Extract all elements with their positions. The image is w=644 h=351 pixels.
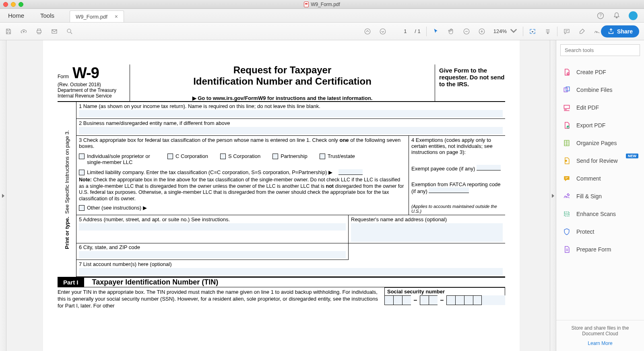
sign-icon[interactable] [594, 28, 601, 35]
email-icon[interactable] [51, 28, 58, 35]
pdf-file-icon [304, 2, 309, 7]
line-7: 7 List account number(s) here (optional) [76, 260, 505, 277]
bell-icon[interactable] [613, 12, 621, 20]
llc-class-field[interactable] [339, 169, 363, 175]
scroll-mode-icon[interactable] [544, 28, 551, 35]
right-rail-toggle[interactable] [550, 40, 556, 351]
fit-width-icon[interactable] [529, 28, 536, 35]
checkbox-scorp[interactable] [220, 154, 226, 159]
svg-rect-11 [564, 105, 569, 108]
tool-create-pdf[interactable]: Create PDF [556, 63, 644, 81]
edit-pdf-icon [563, 104, 571, 112]
fatca-field[interactable] [429, 187, 469, 193]
tool-enhance-scans[interactable]: Enhance Scans [556, 205, 644, 223]
part-1-label: Part I [58, 278, 84, 287]
svg-text:?: ? [599, 13, 602, 18]
svg-rect-9 [564, 88, 567, 92]
side-instruction: Print or type. See Specific Instructions… [58, 102, 76, 277]
help-icon[interactable]: ? [597, 12, 605, 20]
protect-icon [563, 228, 571, 236]
tool-comment[interactable]: Comment [556, 170, 644, 187]
learn-more-link[interactable]: Learn More [561, 341, 639, 346]
document-viewer[interactable]: Form W-9 (Rev. October 2018) Department … [6, 40, 550, 351]
profile-avatar[interactable] [629, 11, 638, 20]
form-goto: ▶ Go to www.irs.gov/FormW9 for instructi… [133, 95, 431, 101]
line-5: 5 Address (number, street, and apt. or s… [76, 215, 348, 243]
checkbox-ccorp[interactable] [167, 154, 173, 159]
tool-combine-files[interactable]: Combine Files [556, 81, 644, 99]
svg-point-4 [365, 29, 371, 34]
form-revision: (Rev. October 2018) [58, 82, 127, 87]
selection-tool-icon[interactable] [432, 28, 440, 35]
zoom-out-icon[interactable] [463, 28, 470, 35]
hand-tool-icon[interactable] [448, 28, 455, 35]
tool-prepare-form[interactable]: Prepare Form [556, 241, 644, 258]
share-button[interactable]: Share [601, 25, 639, 37]
checkbox-trust[interactable] [320, 154, 325, 159]
document-tab[interactable]: W9_Form.pdf × [70, 10, 124, 22]
line-2: 2 Business name/disregarded entity name,… [76, 119, 505, 136]
form-give-note: Give Form to the requester. Do not send … [435, 64, 505, 101]
svg-rect-10 [566, 87, 569, 91]
zoom-in-icon[interactable] [478, 28, 485, 35]
search-tools-input[interactable] [560, 44, 640, 56]
zoom-level[interactable]: 124% [493, 28, 517, 35]
form-number: W-9 [72, 64, 99, 81]
tool-protect[interactable]: Protect [556, 223, 644, 241]
close-tab-icon[interactable]: × [115, 13, 118, 20]
line-5-field[interactable] [79, 223, 346, 231]
prepare-form-icon [563, 245, 571, 253]
toolbar: / 1 124% Share [0, 23, 644, 40]
requester-field[interactable] [351, 223, 503, 242]
exempt-payee-field[interactable] [477, 165, 501, 170]
line-1: 1 Name (as shown on your income tax retu… [76, 102, 505, 119]
minimize-window-dot[interactable] [11, 2, 16, 7]
tools-panel: Create PDF Combine Files Edit PDF Export… [556, 40, 644, 351]
ssn-field[interactable]: – – [384, 295, 505, 305]
sticky-note-icon[interactable] [563, 28, 570, 35]
cloud-upload-icon[interactable] [20, 28, 27, 35]
search-icon[interactable] [66, 28, 73, 35]
tool-fill-sign[interactable]: Fill & Sign [556, 187, 644, 205]
left-panel-toggle[interactable] [0, 40, 6, 351]
tool-edit-pdf[interactable]: Edit PDF [556, 99, 644, 116]
page-down-icon[interactable] [379, 28, 386, 35]
line-1-field[interactable] [79, 110, 503, 117]
print-icon[interactable] [35, 28, 43, 35]
tool-organize-pages[interactable]: Organize Pages [556, 134, 644, 152]
part-1-title: Taxpayer Identification Number (TIN) [84, 278, 219, 287]
checkbox-individual[interactable] [79, 154, 85, 159]
save-icon[interactable] [5, 28, 12, 35]
titlebar: W9_Form.pdf [0, 0, 644, 9]
combine-files-icon [563, 86, 571, 94]
svg-rect-2 [52, 29, 57, 33]
line-3: 3 Check appropriate box for federal tax … [76, 136, 409, 215]
fill-sign-icon [563, 192, 571, 200]
export-pdf-icon [563, 121, 571, 129]
form-title-1: Request for Taxpayer [133, 64, 431, 76]
tool-export-pdf[interactable]: Export PDF [556, 116, 644, 134]
pdf-page: Form W-9 (Rev. October 2018) Department … [43, 40, 520, 351]
form-word: Form [58, 74, 69, 79]
form-agency: Internal Revenue Service [58, 93, 127, 99]
line-7-field[interactable] [79, 268, 503, 275]
enhance-scans-icon [563, 210, 571, 218]
checkbox-other[interactable] [79, 205, 85, 211]
send-review-icon [563, 157, 571, 165]
line-2-field[interactable] [79, 127, 503, 134]
checkbox-partnership[interactable] [272, 154, 278, 159]
highlight-icon[interactable] [578, 28, 586, 35]
maximize-window-dot[interactable] [19, 2, 23, 7]
page-number-input[interactable] [394, 28, 407, 34]
page-total: / 1 [415, 28, 420, 34]
page-up-icon[interactable] [364, 28, 371, 35]
form-title-2: Identification Number and Certification [133, 76, 431, 87]
home-button[interactable]: Home [0, 9, 32, 22]
svg-point-3 [67, 29, 71, 33]
line-6-field[interactable] [79, 251, 346, 258]
tools-button[interactable]: Tools [32, 9, 62, 22]
close-window-dot[interactable] [3, 2, 8, 7]
tool-send-for-review[interactable]: Send for ReviewNEW [556, 152, 644, 170]
create-pdf-icon [563, 68, 571, 76]
checkbox-llc[interactable] [79, 170, 85, 175]
